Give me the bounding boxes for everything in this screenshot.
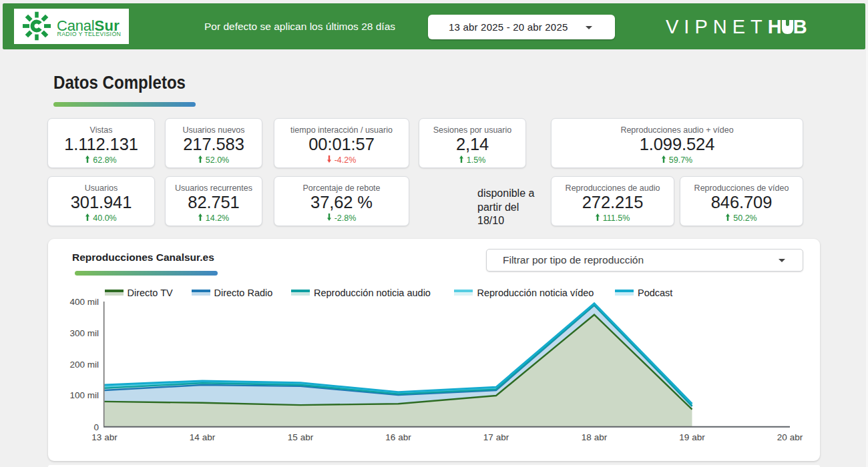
svg-text:0: 0: [93, 422, 99, 432]
svg-text:17 abr: 17 abr: [483, 432, 509, 442]
svg-text:19 abr: 19 abr: [679, 432, 705, 442]
svg-text:14 abr: 14 abr: [190, 432, 216, 442]
svg-text:18 abr: 18 abr: [582, 432, 608, 442]
svg-text:20 abr: 20 abr: [777, 432, 803, 442]
svg-text:200 mil: 200 mil: [69, 360, 99, 370]
svg-text:100 mil: 100 mil: [69, 390, 99, 400]
svg-text:16 abr: 16 abr: [385, 432, 411, 442]
svg-text:15 abr: 15 abr: [288, 432, 314, 442]
svg-text:400 mil: 400 mil: [69, 297, 99, 307]
svg-text:13 abr: 13 abr: [91, 432, 118, 442]
svg-text:300 mil: 300 mil: [69, 328, 99, 338]
